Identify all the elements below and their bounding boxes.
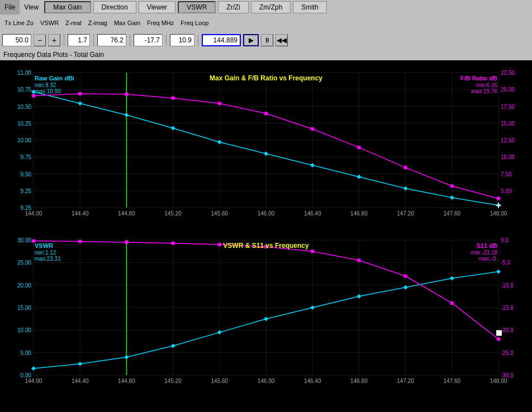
chart2-canvas	[0, 228, 532, 395]
plot-title: Frequency Data Plots - Total Gain	[0, 49, 532, 60]
sep2	[93, 34, 94, 46]
btn-viewer[interactable]: Viewer	[139, 1, 175, 13]
zreal-value: 76.2	[97, 34, 126, 46]
btn-zmzph[interactable]: Zm/Zph	[251, 1, 291, 13]
maxgain-value: 10.9	[170, 34, 194, 46]
sep3	[130, 34, 130, 46]
btn-maxgain[interactable]: Max Gain	[44, 1, 91, 13]
btn-vswr[interactable]: VSWR	[178, 1, 216, 13]
sep4	[166, 34, 167, 46]
chart1-canvas	[0, 60, 532, 228]
decrement-btn[interactable]: −	[34, 34, 46, 46]
menubar: File View Max Gain Direction Viewer VSWR…	[0, 0, 532, 15]
zimag-value: -17.7	[134, 34, 163, 46]
prev-btn[interactable]: ◀◀	[276, 34, 288, 46]
data-values-row: 50.0 − + 1.7 76.2 -17.7 10.9 144.889 ▶ ⏸…	[0, 31, 532, 49]
menu-file[interactable]: File	[0, 0, 20, 15]
play-btn[interactable]: ▶	[243, 34, 259, 46]
increment-btn[interactable]: +	[48, 34, 60, 46]
sep1	[64, 34, 64, 46]
vswr-label: VSWR	[38, 20, 61, 26]
freqmhz-value: 144.889	[202, 34, 241, 46]
btn-smith[interactable]: Smith	[293, 1, 327, 13]
sep5	[198, 34, 198, 46]
btn-direction[interactable]: Direction	[93, 1, 136, 13]
zimag-label: Z-imag	[86, 20, 110, 26]
charts-area	[0, 60, 532, 395]
btn-zrzi[interactable]: Zr/Zi	[218, 1, 249, 13]
freqloop-label: Freq Loop	[178, 20, 211, 26]
txline-value: 50.0	[2, 34, 31, 46]
menu-view[interactable]: View	[20, 0, 43, 15]
freqmhz-label: Freq MHz	[145, 20, 176, 26]
data-row: Tx Line Zo VSWR Z-real Z-imag Max Gain F…	[0, 15, 532, 31]
vswr-value: 1.7	[68, 34, 90, 46]
pause-btn[interactable]: ⏸	[261, 34, 273, 46]
zreal-label: Z-real	[63, 20, 84, 26]
txline-label: Tx Line Zo	[2, 20, 36, 26]
maxgain-label: Max Gain	[112, 20, 142, 26]
